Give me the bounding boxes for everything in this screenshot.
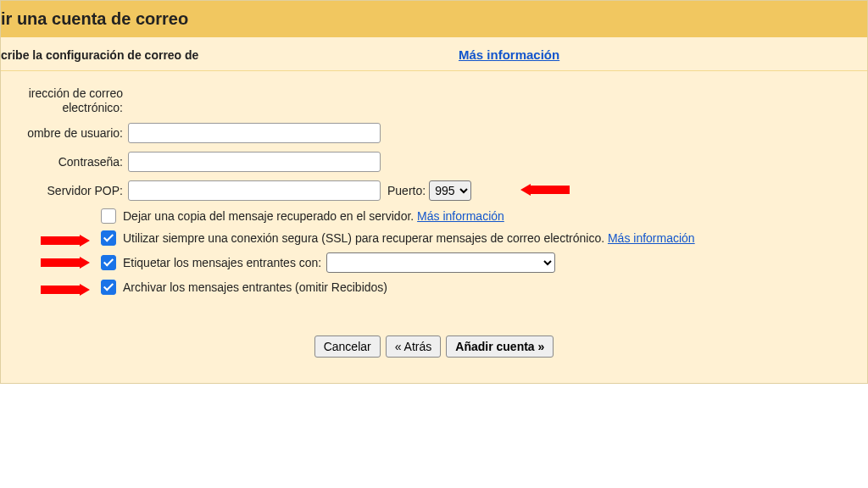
row-password: Contraseña: <box>1 151 867 173</box>
dialog-subtitle-row: cribe la configuración de correo de Más … <box>1 37 867 71</box>
archive-label: Archivar los mensajes entrantes (omitir … <box>123 280 387 294</box>
annotation-arrow-icon <box>41 284 90 296</box>
port-select[interactable]: 995 <box>429 180 471 201</box>
svg-marker-1 <box>41 235 90 247</box>
row-leave-copy: Dejar una copia del mensaje recuperado e… <box>1 208 867 224</box>
row-label-messages: Etiquetar los mensajes entrantes con: <box>1 252 867 273</box>
svg-marker-2 <box>41 257 90 269</box>
svg-marker-3 <box>41 284 90 296</box>
row-archive: Archivar los mensajes entrantes (omitir … <box>1 280 867 295</box>
dialog-title: ir una cuenta de correo <box>1 1 867 37</box>
label-messages-label: Etiquetar los mensajes entrantes con: <box>123 256 321 269</box>
row-pop: Servidor POP: Puerto: 995 <box>1 180 867 202</box>
label-username: ombre de usuario: <box>1 126 128 140</box>
svg-marker-0 <box>520 184 570 196</box>
add-mail-account-dialog: ir una cuenta de correo cribe la configu… <box>0 0 868 384</box>
annotation-arrow-icon <box>41 257 90 269</box>
username-input[interactable] <box>128 123 381 143</box>
button-row: Cancelar « Atrás Añadir cuenta » <box>1 336 867 358</box>
label-pop: Servidor POP: <box>1 184 128 197</box>
dialog-subtitle: cribe la configuración de correo de <box>1 48 459 62</box>
leave-copy-more-info-link[interactable]: Más información <box>417 209 504 223</box>
ssl-checkbox[interactable] <box>101 230 116 246</box>
label-messages-checkbox[interactable] <box>101 255 116 270</box>
ssl-more-info-link[interactable]: Más información <box>608 231 695 245</box>
cancel-button[interactable]: Cancelar <box>314 336 381 358</box>
annotation-arrow-icon <box>41 235 90 247</box>
leave-copy-checkbox[interactable] <box>101 208 116 224</box>
add-account-button[interactable]: Añadir cuenta » <box>446 336 554 358</box>
row-username: ombre de usuario: <box>1 122 867 144</box>
label-email: irección de correo electrónico: <box>1 86 128 115</box>
more-info-link-top[interactable]: Más información <box>459 47 559 62</box>
row-email: irección de correo electrónico: <box>1 86 867 115</box>
archive-checkbox[interactable] <box>101 280 116 295</box>
pop-server-input[interactable] <box>128 180 381 201</box>
row-ssl: Utilizar siempre una conexión segura (SS… <box>1 230 867 246</box>
ssl-label: Utilizar siempre una conexión segura (SS… <box>123 231 695 245</box>
label-port: Puerto: <box>387 184 426 197</box>
annotation-arrow-icon <box>520 184 570 196</box>
label-password: Contraseña: <box>1 155 128 169</box>
leave-copy-label: Dejar una copia del mensaje recuperado e… <box>123 209 504 223</box>
form-area: irección de correo electrónico: ombre de… <box>1 71 867 383</box>
back-button[interactable]: « Atrás <box>386 336 442 358</box>
password-input[interactable] <box>128 152 381 172</box>
label-messages-select[interactable] <box>326 252 555 273</box>
